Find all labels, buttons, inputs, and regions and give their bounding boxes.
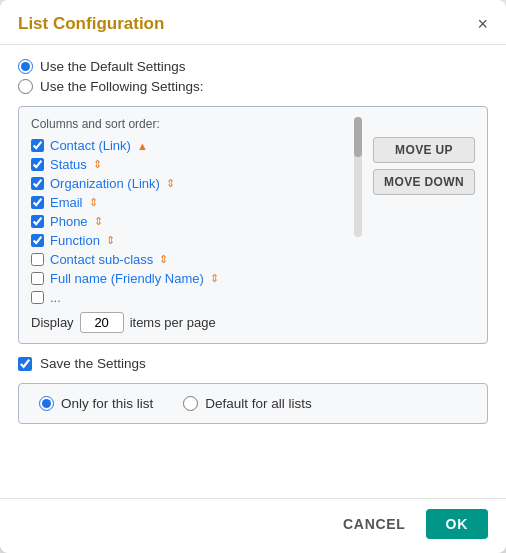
dialog-title: List Configuration	[18, 14, 164, 34]
col-organization-label: Organization (Link)	[50, 176, 160, 191]
col-function[interactable]: Function ⇕	[31, 232, 343, 249]
col-contact-sub-label: Contact sub-class	[50, 252, 153, 267]
col-organization-sort: ⇕	[166, 177, 175, 190]
scrollbar-thumb[interactable]	[354, 117, 362, 157]
use-default-label: Use the Default Settings	[40, 59, 186, 74]
col-phone-label: Phone	[50, 214, 88, 229]
col-function-sort: ⇕	[106, 234, 115, 247]
col-phone-checkbox[interactable]	[31, 215, 44, 228]
close-button[interactable]: ×	[477, 15, 488, 33]
scope-box: Only for this list Default for all lists	[18, 383, 488, 424]
columns-label: Columns and sort order:	[31, 117, 343, 131]
col-status-label: Status	[50, 157, 87, 172]
use-following-radio[interactable]	[18, 79, 33, 94]
col-phone[interactable]: Phone ⇕	[31, 213, 343, 230]
scope-default-all-radio[interactable]	[183, 396, 198, 411]
col-email[interactable]: Email ⇕	[31, 194, 343, 211]
use-following-option[interactable]: Use the Following Settings:	[18, 79, 488, 94]
col-contact-sub[interactable]: Contact sub-class ⇕	[31, 251, 343, 268]
col-organization[interactable]: Organization (Link) ⇕	[31, 175, 343, 192]
dialog-footer: CANCEL OK	[0, 498, 506, 553]
save-settings-checkbox[interactable]	[18, 357, 32, 371]
scope-only-this[interactable]: Only for this list	[39, 396, 153, 411]
use-default-option[interactable]: Use the Default Settings	[18, 59, 488, 74]
save-settings-label: Save the Settings	[40, 356, 146, 371]
col-email-sort: ⇕	[89, 196, 98, 209]
move-buttons: MOVE UP MOVE DOWN	[373, 117, 475, 333]
scope-only-this-label: Only for this list	[61, 396, 153, 411]
col-status-sort: ⇕	[93, 158, 102, 171]
col-status-checkbox[interactable]	[31, 158, 44, 171]
scope-default-all[interactable]: Default for all lists	[183, 396, 312, 411]
items-per-page-label: items per page	[130, 315, 216, 330]
col-function-checkbox[interactable]	[31, 234, 44, 247]
scope-only-this-radio[interactable]	[39, 396, 54, 411]
col-function-label: Function	[50, 233, 100, 248]
col-contact-sub-sort: ⇕	[159, 253, 168, 266]
col-contact-label: Contact (Link)	[50, 138, 131, 153]
col-fullname-label: Full name (Friendly Name)	[50, 271, 204, 286]
col-contact-sub-checkbox[interactable]	[31, 253, 44, 266]
col-fullname[interactable]: Full name (Friendly Name) ⇕	[31, 270, 343, 287]
scope-default-all-label: Default for all lists	[205, 396, 312, 411]
save-settings-row[interactable]: Save the Settings	[18, 356, 488, 371]
col-phone-sort: ⇕	[94, 215, 103, 228]
col-contact-checkbox[interactable]	[31, 139, 44, 152]
col-fullname-checkbox[interactable]	[31, 272, 44, 285]
list-configuration-dialog: List Configuration × Use the Default Set…	[0, 0, 506, 553]
col-more-label: ...	[50, 290, 61, 305]
col-contact-sort: ▲	[137, 140, 148, 152]
cancel-button[interactable]: CANCEL	[333, 510, 416, 538]
scrollbar-area	[353, 117, 363, 333]
col-status[interactable]: Status ⇕	[31, 156, 343, 173]
col-organization-checkbox[interactable]	[31, 177, 44, 190]
ok-button[interactable]: OK	[426, 509, 488, 539]
settings-mode-group: Use the Default Settings Use the Followi…	[18, 59, 488, 94]
columns-area: Columns and sort order: Contact (Link) ▲…	[31, 117, 343, 333]
display-label: Display	[31, 315, 74, 330]
move-down-button[interactable]: MOVE DOWN	[373, 169, 475, 195]
col-email-label: Email	[50, 195, 83, 210]
dialog-header: List Configuration ×	[0, 0, 506, 45]
col-fullname-sort: ⇕	[210, 272, 219, 285]
col-more: ...	[31, 289, 343, 306]
col-email-checkbox[interactable]	[31, 196, 44, 209]
move-up-button[interactable]: MOVE UP	[373, 137, 475, 163]
settings-box: Columns and sort order: Contact (Link) ▲…	[18, 106, 488, 344]
display-row: Display items per page	[31, 312, 343, 333]
use-following-label: Use the Following Settings:	[40, 79, 204, 94]
display-input[interactable]	[80, 312, 124, 333]
scrollbar-track[interactable]	[354, 117, 362, 237]
dialog-body: Use the Default Settings Use the Followi…	[0, 45, 506, 498]
use-default-radio[interactable]	[18, 59, 33, 74]
col-more-checkbox[interactable]	[31, 291, 44, 304]
col-contact[interactable]: Contact (Link) ▲	[31, 137, 343, 154]
